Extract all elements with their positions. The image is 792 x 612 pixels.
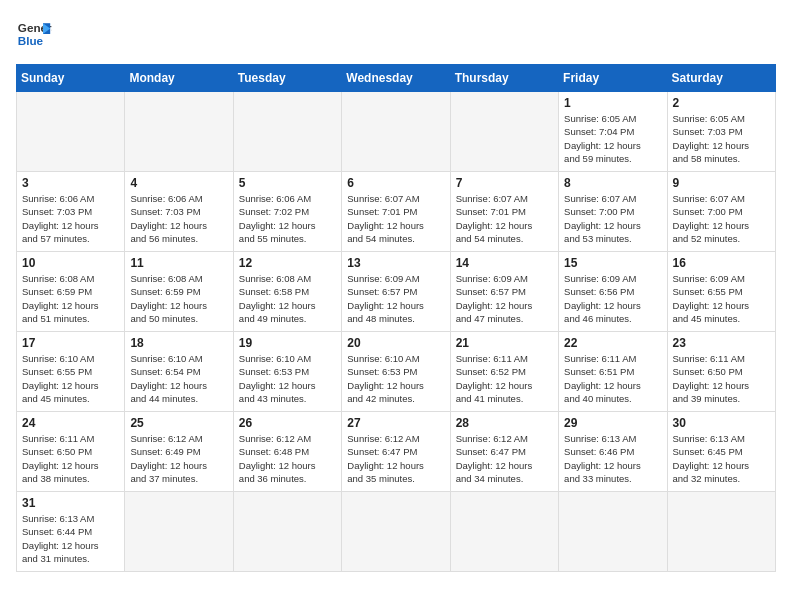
generalblue-logo-icon: General Blue	[16, 16, 52, 52]
calendar-cell: 16Sunrise: 6:09 AMSunset: 6:55 PMDayligh…	[667, 252, 775, 332]
page-header: General Blue	[16, 16, 776, 52]
day-number: 19	[239, 336, 336, 350]
weekday-header-wednesday: Wednesday	[342, 65, 450, 92]
day-info: Sunrise: 6:06 AMSunset: 7:02 PMDaylight:…	[239, 192, 336, 245]
calendar-cell: 11Sunrise: 6:08 AMSunset: 6:59 PMDayligh…	[125, 252, 233, 332]
calendar-cell	[125, 492, 233, 572]
calendar-cell: 28Sunrise: 6:12 AMSunset: 6:47 PMDayligh…	[450, 412, 558, 492]
calendar-cell: 19Sunrise: 6:10 AMSunset: 6:53 PMDayligh…	[233, 332, 341, 412]
day-number: 28	[456, 416, 553, 430]
calendar-cell: 22Sunrise: 6:11 AMSunset: 6:51 PMDayligh…	[559, 332, 667, 412]
day-info: Sunrise: 6:12 AMSunset: 6:47 PMDaylight:…	[456, 432, 553, 485]
day-info: Sunrise: 6:05 AMSunset: 7:03 PMDaylight:…	[673, 112, 770, 165]
calendar-cell: 4Sunrise: 6:06 AMSunset: 7:03 PMDaylight…	[125, 172, 233, 252]
calendar-cell	[667, 492, 775, 572]
week-row-6: 31Sunrise: 6:13 AMSunset: 6:44 PMDayligh…	[17, 492, 776, 572]
day-info: Sunrise: 6:10 AMSunset: 6:54 PMDaylight:…	[130, 352, 227, 405]
calendar-cell: 10Sunrise: 6:08 AMSunset: 6:59 PMDayligh…	[17, 252, 125, 332]
calendar-cell	[233, 492, 341, 572]
day-info: Sunrise: 6:13 AMSunset: 6:44 PMDaylight:…	[22, 512, 119, 565]
day-number: 4	[130, 176, 227, 190]
week-row-4: 17Sunrise: 6:10 AMSunset: 6:55 PMDayligh…	[17, 332, 776, 412]
day-number: 3	[22, 176, 119, 190]
calendar-cell: 5Sunrise: 6:06 AMSunset: 7:02 PMDaylight…	[233, 172, 341, 252]
day-number: 8	[564, 176, 661, 190]
day-info: Sunrise: 6:11 AMSunset: 6:51 PMDaylight:…	[564, 352, 661, 405]
day-info: Sunrise: 6:09 AMSunset: 6:57 PMDaylight:…	[456, 272, 553, 325]
day-number: 26	[239, 416, 336, 430]
day-info: Sunrise: 6:11 AMSunset: 6:50 PMDaylight:…	[22, 432, 119, 485]
day-info: Sunrise: 6:07 AMSunset: 7:00 PMDaylight:…	[564, 192, 661, 245]
calendar-cell: 1Sunrise: 6:05 AMSunset: 7:04 PMDaylight…	[559, 92, 667, 172]
day-number: 21	[456, 336, 553, 350]
calendar-cell: 29Sunrise: 6:13 AMSunset: 6:46 PMDayligh…	[559, 412, 667, 492]
calendar-cell: 21Sunrise: 6:11 AMSunset: 6:52 PMDayligh…	[450, 332, 558, 412]
calendar-cell: 7Sunrise: 6:07 AMSunset: 7:01 PMDaylight…	[450, 172, 558, 252]
day-number: 13	[347, 256, 444, 270]
calendar-cell: 13Sunrise: 6:09 AMSunset: 6:57 PMDayligh…	[342, 252, 450, 332]
day-info: Sunrise: 6:13 AMSunset: 6:46 PMDaylight:…	[564, 432, 661, 485]
day-number: 7	[456, 176, 553, 190]
calendar-cell: 24Sunrise: 6:11 AMSunset: 6:50 PMDayligh…	[17, 412, 125, 492]
day-number: 25	[130, 416, 227, 430]
day-number: 6	[347, 176, 444, 190]
calendar-cell: 18Sunrise: 6:10 AMSunset: 6:54 PMDayligh…	[125, 332, 233, 412]
calendar-cell	[450, 92, 558, 172]
week-row-5: 24Sunrise: 6:11 AMSunset: 6:50 PMDayligh…	[17, 412, 776, 492]
day-number: 15	[564, 256, 661, 270]
day-number: 17	[22, 336, 119, 350]
calendar-cell: 9Sunrise: 6:07 AMSunset: 7:00 PMDaylight…	[667, 172, 775, 252]
weekday-header-tuesday: Tuesday	[233, 65, 341, 92]
day-info: Sunrise: 6:09 AMSunset: 6:57 PMDaylight:…	[347, 272, 444, 325]
calendar-cell: 31Sunrise: 6:13 AMSunset: 6:44 PMDayligh…	[17, 492, 125, 572]
logo: General Blue	[16, 16, 52, 52]
calendar-cell	[342, 492, 450, 572]
day-info: Sunrise: 6:10 AMSunset: 6:53 PMDaylight:…	[239, 352, 336, 405]
week-row-2: 3Sunrise: 6:06 AMSunset: 7:03 PMDaylight…	[17, 172, 776, 252]
day-info: Sunrise: 6:05 AMSunset: 7:04 PMDaylight:…	[564, 112, 661, 165]
day-info: Sunrise: 6:06 AMSunset: 7:03 PMDaylight:…	[22, 192, 119, 245]
day-number: 1	[564, 96, 661, 110]
day-info: Sunrise: 6:07 AMSunset: 7:01 PMDaylight:…	[456, 192, 553, 245]
day-number: 5	[239, 176, 336, 190]
calendar-cell: 14Sunrise: 6:09 AMSunset: 6:57 PMDayligh…	[450, 252, 558, 332]
calendar-cell: 26Sunrise: 6:12 AMSunset: 6:48 PMDayligh…	[233, 412, 341, 492]
calendar-cell: 27Sunrise: 6:12 AMSunset: 6:47 PMDayligh…	[342, 412, 450, 492]
day-number: 10	[22, 256, 119, 270]
weekday-header-friday: Friday	[559, 65, 667, 92]
day-info: Sunrise: 6:08 AMSunset: 6:59 PMDaylight:…	[130, 272, 227, 325]
day-info: Sunrise: 6:08 AMSunset: 6:59 PMDaylight:…	[22, 272, 119, 325]
day-info: Sunrise: 6:13 AMSunset: 6:45 PMDaylight:…	[673, 432, 770, 485]
day-number: 27	[347, 416, 444, 430]
day-number: 20	[347, 336, 444, 350]
day-info: Sunrise: 6:08 AMSunset: 6:58 PMDaylight:…	[239, 272, 336, 325]
calendar-table: SundayMondayTuesdayWednesdayThursdayFrid…	[16, 64, 776, 572]
calendar-cell: 8Sunrise: 6:07 AMSunset: 7:00 PMDaylight…	[559, 172, 667, 252]
weekday-header-row: SundayMondayTuesdayWednesdayThursdayFrid…	[17, 65, 776, 92]
day-number: 16	[673, 256, 770, 270]
day-info: Sunrise: 6:07 AMSunset: 7:00 PMDaylight:…	[673, 192, 770, 245]
day-number: 23	[673, 336, 770, 350]
day-info: Sunrise: 6:09 AMSunset: 6:56 PMDaylight:…	[564, 272, 661, 325]
calendar-cell	[559, 492, 667, 572]
day-number: 12	[239, 256, 336, 270]
weekday-header-thursday: Thursday	[450, 65, 558, 92]
day-info: Sunrise: 6:07 AMSunset: 7:01 PMDaylight:…	[347, 192, 444, 245]
calendar-cell: 17Sunrise: 6:10 AMSunset: 6:55 PMDayligh…	[17, 332, 125, 412]
calendar-cell: 15Sunrise: 6:09 AMSunset: 6:56 PMDayligh…	[559, 252, 667, 332]
calendar-cell: 23Sunrise: 6:11 AMSunset: 6:50 PMDayligh…	[667, 332, 775, 412]
weekday-header-sunday: Sunday	[17, 65, 125, 92]
day-info: Sunrise: 6:11 AMSunset: 6:52 PMDaylight:…	[456, 352, 553, 405]
calendar-cell	[17, 92, 125, 172]
calendar-cell: 30Sunrise: 6:13 AMSunset: 6:45 PMDayligh…	[667, 412, 775, 492]
calendar-cell	[450, 492, 558, 572]
day-info: Sunrise: 6:12 AMSunset: 6:49 PMDaylight:…	[130, 432, 227, 485]
week-row-3: 10Sunrise: 6:08 AMSunset: 6:59 PMDayligh…	[17, 252, 776, 332]
day-number: 24	[22, 416, 119, 430]
calendar-cell	[233, 92, 341, 172]
week-row-1: 1Sunrise: 6:05 AMSunset: 7:04 PMDaylight…	[17, 92, 776, 172]
weekday-header-monday: Monday	[125, 65, 233, 92]
day-info: Sunrise: 6:06 AMSunset: 7:03 PMDaylight:…	[130, 192, 227, 245]
day-number: 22	[564, 336, 661, 350]
day-info: Sunrise: 6:09 AMSunset: 6:55 PMDaylight:…	[673, 272, 770, 325]
